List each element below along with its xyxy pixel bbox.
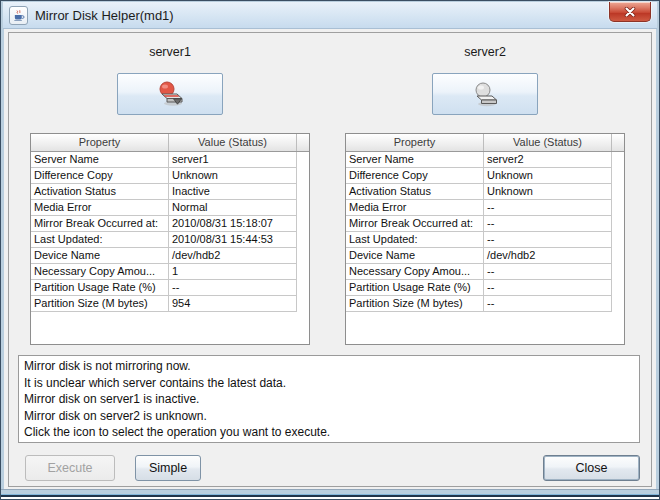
mirror-disk-unknown-gray-icon bbox=[468, 80, 502, 108]
property-cell: Partition Usage Rate (%) bbox=[346, 280, 484, 296]
value-cell: /dev/hdb2 bbox=[169, 248, 297, 264]
mirror-disk-inactive-red-icon bbox=[153, 80, 187, 108]
property-cell: Last Updated: bbox=[346, 232, 484, 248]
property-column-header[interactable]: Property bbox=[346, 134, 484, 151]
dialog-client-area: server1 Property Value (S bbox=[4, 29, 656, 490]
property-cell: Necessary Copy Amou... bbox=[31, 264, 169, 280]
message-line: Mirror disk is not mirroring now. bbox=[24, 358, 634, 375]
property-cell: Partition Usage Rate (%) bbox=[31, 280, 169, 296]
close-button[interactable]: Close bbox=[543, 455, 640, 481]
table-row[interactable]: Activation StatusUnknown bbox=[346, 184, 612, 200]
server2-table-body: Server Nameserver2Difference CopyUnknown… bbox=[346, 152, 624, 312]
table-row[interactable]: Server Nameserver2 bbox=[346, 152, 612, 168]
property-cell: Last Updated: bbox=[31, 232, 169, 248]
table-row[interactable]: Partition Usage Rate (%)-- bbox=[31, 280, 297, 296]
value-cell: -- bbox=[484, 264, 612, 280]
property-cell: Media Error bbox=[31, 200, 169, 216]
server1-property-table: Property Value (Status) Server Nameserve… bbox=[30, 133, 310, 345]
property-cell: Device Name bbox=[31, 248, 169, 264]
value-cell: 954 bbox=[169, 296, 297, 312]
property-cell: Mirror Break Occurred at: bbox=[31, 216, 169, 232]
message-line: Mirror disk on server2 is unknown. bbox=[24, 408, 634, 425]
message-line: It is unclear which server contains the … bbox=[24, 375, 634, 392]
value-cell: 2010/08/31 15:44:53 bbox=[169, 232, 297, 248]
table-row[interactable]: Mirror Break Occurred at:-- bbox=[346, 216, 612, 232]
server1-label: server1 bbox=[30, 45, 310, 61]
table-row[interactable]: Necessary Copy Amou...-- bbox=[346, 264, 612, 280]
server2-section: server2 Property Value (Status) bbox=[345, 33, 625, 345]
value-cell: -- bbox=[484, 280, 612, 296]
value-column-header[interactable]: Value (Status) bbox=[169, 134, 297, 151]
value-cell: Unknown bbox=[484, 184, 612, 200]
message-line: Click the icon to select the operation y… bbox=[24, 424, 634, 441]
table-header-row: Property Value (Status) bbox=[346, 134, 624, 152]
content-panel: server1 Property Value (S bbox=[8, 32, 652, 487]
value-cell: -- bbox=[484, 200, 612, 216]
server2-disk-operation-button[interactable] bbox=[432, 73, 538, 115]
property-cell: Media Error bbox=[346, 200, 484, 216]
property-column-header[interactable]: Property bbox=[31, 134, 169, 151]
table-row[interactable]: Necessary Copy Amou...1 bbox=[31, 264, 297, 280]
value-cell: server1 bbox=[169, 152, 297, 168]
mirror-disk-helper-window: Mirror Disk Helper(md1) server1 bbox=[0, 0, 660, 500]
property-cell: Necessary Copy Amou... bbox=[346, 264, 484, 280]
message-line: Mirror disk on server1 is inactive. bbox=[24, 391, 634, 408]
table-row[interactable]: Activation StatusInactive bbox=[31, 184, 297, 200]
value-cell: -- bbox=[169, 280, 297, 296]
table-row[interactable]: Media Error-- bbox=[346, 200, 612, 216]
table-row[interactable]: Server Nameserver1 bbox=[31, 152, 297, 168]
table-row[interactable]: Partition Usage Rate (%)-- bbox=[346, 280, 612, 296]
value-cell: Unknown bbox=[169, 168, 297, 184]
property-cell: Activation Status bbox=[346, 184, 484, 200]
table-row[interactable]: Difference CopyUnknown bbox=[346, 168, 612, 184]
value-cell: server2 bbox=[484, 152, 612, 168]
value-cell: Unknown bbox=[484, 168, 612, 184]
table-row[interactable]: Media ErrorNormal bbox=[31, 200, 297, 216]
property-cell: Server Name bbox=[31, 152, 169, 168]
property-cell: Device Name bbox=[346, 248, 484, 264]
value-cell: 2010/08/31 15:18:07 bbox=[169, 216, 297, 232]
server1-disk-operation-button[interactable] bbox=[117, 73, 223, 115]
titlebar[interactable]: Mirror Disk Helper(md1) bbox=[3, 2, 657, 29]
header-filler bbox=[297, 134, 309, 151]
value-cell: Normal bbox=[169, 200, 297, 216]
table-header-row: Property Value (Status) bbox=[31, 134, 309, 152]
property-cell: Partition Size (M bytes) bbox=[31, 296, 169, 312]
window-menu-button[interactable] bbox=[9, 6, 28, 25]
table-row[interactable]: Difference CopyUnknown bbox=[31, 168, 297, 184]
simple-button[interactable]: Simple bbox=[135, 455, 201, 481]
table-row[interactable]: Device Name/dev/hdb2 bbox=[31, 248, 297, 264]
window-bottom-frame bbox=[1, 489, 659, 499]
value-cell: Inactive bbox=[169, 184, 297, 200]
property-cell: Activation Status bbox=[31, 184, 169, 200]
value-column-header[interactable]: Value (Status) bbox=[484, 134, 612, 151]
property-cell: Partition Size (M bytes) bbox=[346, 296, 484, 312]
header-filler bbox=[612, 134, 624, 151]
value-cell: -- bbox=[484, 216, 612, 232]
close-window-button[interactable] bbox=[609, 2, 651, 22]
java-cup-icon bbox=[12, 9, 25, 22]
table-row[interactable]: Mirror Break Occurred at:2010/08/31 15:1… bbox=[31, 216, 297, 232]
property-cell: Difference Copy bbox=[346, 168, 484, 184]
server2-property-table: Property Value (Status) Server Nameserve… bbox=[345, 133, 625, 345]
table-row[interactable]: Last Updated:2010/08/31 15:44:53 bbox=[31, 232, 297, 248]
table-row[interactable]: Partition Size (M bytes)954 bbox=[31, 296, 297, 312]
value-cell: -- bbox=[484, 232, 612, 248]
execute-button[interactable]: Execute bbox=[25, 455, 115, 481]
property-cell: Mirror Break Occurred at: bbox=[346, 216, 484, 232]
value-cell: /dev/hdb2 bbox=[484, 248, 612, 264]
server1-table-body: Server Nameserver1Difference CopyUnknown… bbox=[31, 152, 309, 312]
server1-section: server1 Property Value (S bbox=[30, 33, 310, 345]
property-cell: Difference Copy bbox=[31, 168, 169, 184]
close-icon bbox=[624, 7, 636, 17]
table-row[interactable]: Partition Size (M bytes)-- bbox=[346, 296, 612, 312]
value-cell: -- bbox=[484, 296, 612, 312]
value-cell: 1 bbox=[169, 264, 297, 280]
window-title: Mirror Disk Helper(md1) bbox=[35, 2, 174, 29]
table-row[interactable]: Last Updated:-- bbox=[346, 232, 612, 248]
status-message-box: Mirror disk is not mirroring now.It is u… bbox=[18, 355, 640, 443]
property-cell: Server Name bbox=[346, 152, 484, 168]
server2-label: server2 bbox=[345, 45, 625, 61]
table-row[interactable]: Device Name/dev/hdb2 bbox=[346, 248, 612, 264]
